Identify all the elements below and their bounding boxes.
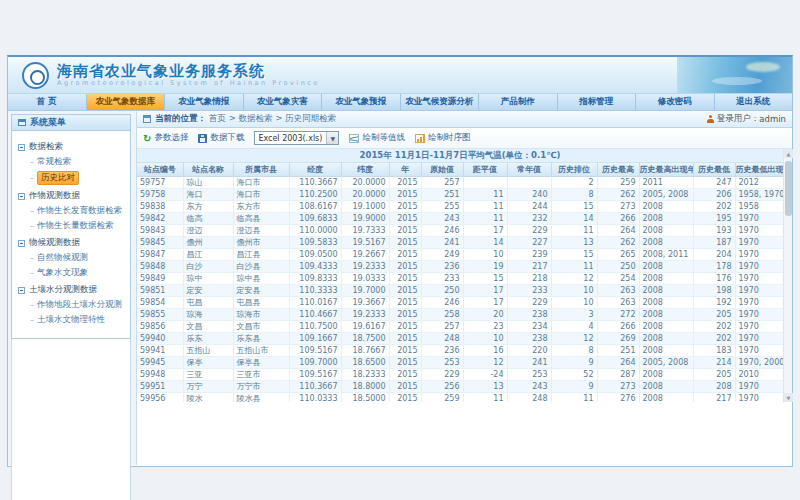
column-header-11: 历史最高出现年份	[639, 163, 693, 176]
cell: 2012	[735, 176, 783, 188]
cell: 2015	[389, 320, 421, 332]
cell: 202	[693, 332, 735, 344]
tree-item-1-1[interactable]: –作物生长量数据检索	[28, 219, 128, 233]
nav-item-9[interactable]: 退出系统	[715, 94, 793, 110]
cell: 110.3667	[289, 176, 341, 188]
nav-item-0[interactable]: 首 页	[8, 94, 87, 110]
tree-group-0[interactable]: 数据检索	[18, 141, 128, 153]
tree-item-0-1[interactable]: –历史比对	[28, 170, 128, 186]
tree-group-3[interactable]: 土壤水分观测数据	[18, 284, 128, 296]
cell: 220	[507, 344, 551, 356]
data-download-button[interactable]: 数据下载	[198, 132, 244, 144]
tree-item-1-0[interactable]: –作物生长发育数据检索	[28, 204, 128, 218]
cell: 259	[421, 392, 463, 402]
chevron-down-icon[interactable]: ▼	[326, 132, 338, 144]
menu-icon	[18, 119, 26, 126]
app-subtitle: Agrometeorological System of Hainan Prov…	[57, 80, 320, 87]
tree-item-2-0[interactable]: –自然物候观测	[28, 251, 128, 265]
table-row: 59854屯昌屯昌县110.016719.3667201524617229102…	[137, 296, 783, 308]
main-navbar: 首 页农业气象数据库农业气象情报农业气象灾害农业气象预报农业气候资源分析产品制作…	[8, 94, 792, 111]
collapse-icon[interactable]	[18, 240, 25, 247]
cell: 249	[421, 248, 463, 260]
cell: 13	[551, 236, 597, 248]
cell: 257	[421, 176, 463, 188]
tree-item-3-1[interactable]: –土壤水文物理特性	[28, 313, 128, 327]
cell: 109.6833	[289, 212, 341, 224]
cell: 2015	[389, 332, 421, 344]
cell: 110.0167	[289, 296, 341, 308]
cell: 109.5167	[289, 344, 341, 356]
nav-item-3[interactable]: 农业气象灾害	[244, 94, 323, 110]
cell: 52	[551, 368, 597, 380]
collapse-icon[interactable]	[18, 193, 25, 200]
cell: 海口市	[233, 188, 289, 200]
cell: 1970	[735, 392, 783, 402]
nav-item-6[interactable]: 产品制作	[479, 94, 558, 110]
user-label: 登录用户：	[717, 113, 760, 125]
table-zone: 2015年 11月1日-11月7日平均气温(单位：0.1℃) 站点编号站点名称所…	[137, 149, 792, 465]
collapse-icon[interactable]	[18, 287, 25, 294]
nav-item-8[interactable]: 修改密码	[636, 94, 715, 110]
vertical-scrollbar[interactable]: ▲ ▼	[783, 149, 792, 402]
nav-item-1[interactable]: 农业气象数据库	[87, 94, 166, 110]
cell: 2008	[639, 320, 693, 332]
scroll-up-icon[interactable]: ▲	[784, 149, 793, 158]
collapse-icon[interactable]	[18, 144, 25, 151]
scroll-down-icon[interactable]: ▼	[784, 393, 793, 402]
sidebar-menu-box: 系统菜单 数据检索–常规检索–历史比对作物观测数据–作物生长发育数据检索–作物生…	[11, 114, 131, 339]
table-row: 59945保亭保亭县109.700018.6500201525312241926…	[137, 356, 783, 368]
cell: 2015	[389, 188, 421, 200]
nav-item-5[interactable]: 农业气候资源分析	[401, 94, 480, 110]
tree-item-2-1[interactable]: –气象水文现象	[28, 266, 128, 280]
cell: 2015	[389, 296, 421, 308]
tree-dash-icon: –	[30, 301, 34, 310]
excel-format-select[interactable]: Excel 2003(.xls) ▼	[254, 131, 339, 145]
cell: 2015	[389, 260, 421, 272]
cell: 232	[507, 212, 551, 224]
cell: 256	[421, 380, 463, 392]
table-row: 59843澄迈澄迈县110.000019.7333201524617229112…	[137, 224, 783, 236]
cell: 19.5167	[341, 236, 389, 248]
cell: 3	[551, 308, 597, 320]
cell: 110.7500	[289, 320, 341, 332]
cell: 253	[507, 368, 551, 380]
scrollbar-thumb[interactable]	[785, 161, 792, 216]
cell: 澄迈县	[233, 224, 289, 236]
cell: 202	[693, 320, 735, 332]
cell: 19.7333	[341, 224, 389, 236]
tree-item-3-0[interactable]: –作物地段土壤水分观测	[28, 298, 128, 312]
tree-group-1[interactable]: 作物观测数据	[18, 190, 128, 202]
cell: 2008	[639, 332, 693, 344]
cell: 110.2500	[289, 188, 341, 200]
cell: 262	[597, 236, 639, 248]
nav-item-4[interactable]: 农业气象预报	[322, 94, 401, 110]
cell: 2010	[735, 368, 783, 380]
draw-isoline-button[interactable]: 绘制等值线	[349, 132, 405, 144]
cell: 2015	[389, 200, 421, 212]
cell: 4	[551, 320, 597, 332]
cell: 202	[693, 200, 735, 212]
nav-item-7[interactable]: 指标管理	[558, 94, 637, 110]
nav-item-2[interactable]: 农业气象情报	[165, 94, 244, 110]
cell: 保亭	[183, 356, 233, 368]
cell: 243	[421, 212, 463, 224]
cell: 59945	[137, 356, 183, 368]
tree-group-2[interactable]: 物候观测数据	[18, 237, 128, 249]
draw-timeseries-button[interactable]: 绘制时序图	[415, 132, 471, 144]
cell: 59838	[137, 200, 183, 212]
cell: 万宁市	[233, 380, 289, 392]
cell: 2015	[389, 212, 421, 224]
cell: 108.6167	[289, 200, 341, 212]
cell: 229	[507, 224, 551, 236]
parameter-select-button[interactable]: ↻ 参数选择	[143, 132, 188, 144]
tree-item-0-0[interactable]: –常规检索	[28, 155, 128, 169]
cell: 183	[693, 344, 735, 356]
cell: 206	[693, 188, 735, 200]
cell: 临高	[183, 212, 233, 224]
table-row: 59956陵水陵水县110.033318.5000201525911248112…	[137, 392, 783, 402]
column-header-2: 所属市县	[233, 163, 289, 176]
cell: 11	[463, 200, 507, 212]
banner-decoration-image	[677, 57, 792, 93]
cell: 2015	[389, 176, 421, 188]
cell: 23	[463, 320, 507, 332]
